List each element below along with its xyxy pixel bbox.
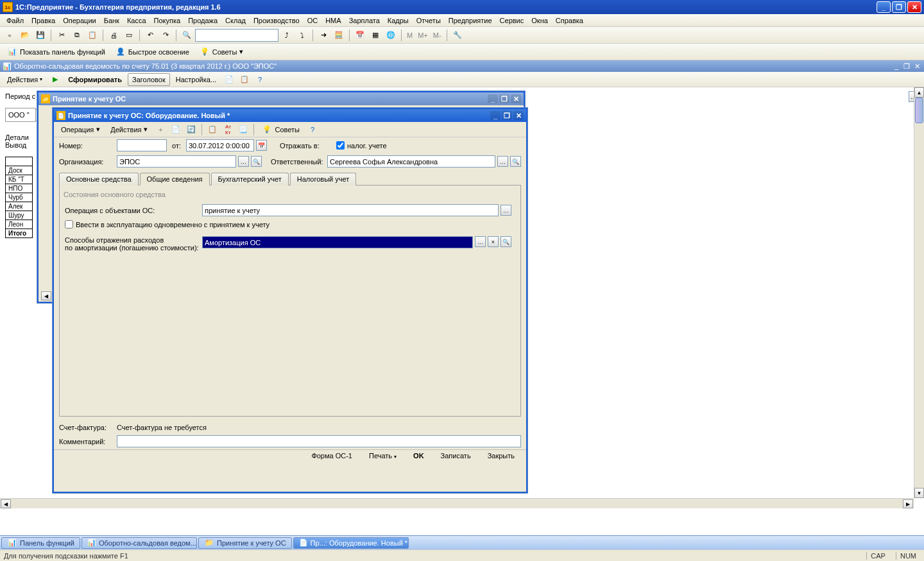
menu-hr[interactable]: Кадры [384,15,413,26]
task-panel-functions[interactable]: 📊Панель функций [1,537,80,549]
go-icon[interactable]: ➜ [316,28,330,42]
cut-icon[interactable]: ✂ [55,28,69,42]
menu-production[interactable]: Производство [250,15,304,26]
tips-button[interactable]: 💡Советы▾ [195,45,248,59]
refresh-icon[interactable]: 🔄 [184,123,198,137]
amort-clear-button[interactable]: × [488,236,499,247]
outer-minimize-button[interactable]: _ [488,94,498,103]
find-next-icon[interactable]: ⤴ [280,28,294,42]
org-select-button[interactable]: … [238,156,249,167]
operation-dropdown[interactable]: Операция▾ [56,123,105,137]
write-button[interactable]: Записать [436,452,476,465]
menu-service[interactable]: Сервис [496,15,528,26]
outer-restore-button[interactable]: ❐ [499,94,509,103]
browser-icon[interactable]: 🌐 [384,28,398,42]
menu-purchase[interactable]: Покупка [150,15,185,26]
paste-icon[interactable]: 📋 [85,28,99,42]
org-input[interactable]: ЭПОС [117,155,236,168]
menu-nma[interactable]: НМА [321,15,345,26]
minimize-button[interactable]: _ [877,1,891,13]
menu-operations[interactable]: Операции [59,15,99,26]
ok-button[interactable]: OK [408,452,429,465]
hscroll-left-icon[interactable]: ◀ [1,499,11,508]
search-combo[interactable] [195,29,278,42]
dialog-minimize-button[interactable]: _ [490,111,501,120]
scroll-thumb[interactable] [915,98,923,123]
heading-button[interactable]: Заголовок [128,73,170,86]
dialog-tips-button[interactable]: 💡Советы [257,123,304,137]
doc-action-icon[interactable]: 📄 [169,123,183,137]
commission-checkbox[interactable]: Ввести в эксплуатацию одновременно с при… [65,220,270,229]
amort-search-button[interactable]: 🔍 [501,236,511,247]
calendar-button[interactable]: 📅 [256,140,267,151]
tax-checkbox[interactable]: налог. учете [336,141,387,150]
help-icon[interactable]: ? [253,73,267,87]
print-dropdown[interactable]: Печать ▾ [364,452,402,465]
dt-kt-icon[interactable]: АтКт [221,123,235,137]
menu-company[interactable]: Предприятие [445,15,496,26]
menu-help[interactable]: Справка [552,15,587,26]
list-icon[interactable]: 📃 [236,123,250,137]
print-icon[interactable]: 🖨 [107,28,121,42]
comment-input[interactable] [117,435,521,447]
menu-warehouse[interactable]: Склад [221,15,250,26]
tools-icon[interactable]: 🔧 [450,28,465,42]
menu-bank[interactable]: Банк [100,15,123,26]
close-dialog-button[interactable]: Закрыть [483,452,520,465]
menu-salary[interactable]: Зарплата [345,15,384,26]
calc-icon[interactable]: 🧮 [332,28,346,42]
menu-sale[interactable]: Продажа [184,15,221,26]
redo-icon[interactable]: ↷ [158,28,173,42]
form-os1-button[interactable]: Форма ОС-1 [306,452,357,465]
close-button[interactable]: ✕ [907,1,921,13]
tab-main-assets[interactable]: Основные средства [59,173,139,186]
report-tool1-icon[interactable]: 📄 [222,73,236,87]
task-os-new[interactable]: 📄Пр...: Оборудование. Новый * [293,537,409,549]
show-panel-button[interactable]: 📊Показать панель функций [3,45,110,59]
resp-select-button[interactable]: … [497,156,508,167]
tab-accounting[interactable]: Бухгалтерский учет [211,173,289,186]
find-prev-icon[interactable]: ⤵ [295,28,309,42]
hscroll-left-icon[interactable]: ◀ [41,291,51,300]
sub-minimize-button[interactable]: _ [892,62,901,71]
sub-restore-button[interactable]: ❐ [902,62,911,71]
undo-icon[interactable]: ↶ [143,28,157,42]
menu-reports[interactable]: Отчеты [413,15,445,26]
amort-select-button[interactable]: … [475,236,486,247]
hscroll-right-icon[interactable]: ▶ [903,499,913,508]
grid-icon[interactable]: ▦ [368,28,382,42]
operation-select-button[interactable]: … [501,205,511,216]
play-icon[interactable]: ▶ [48,73,62,86]
calendar-icon[interactable]: 📅 [353,28,367,42]
add-icon[interactable]: + [153,123,167,137]
task-report[interactable]: 📊Оборотно-сальдовая ведом... [81,537,197,549]
preview-icon[interactable]: ▭ [122,28,136,42]
org-search-button[interactable]: 🔍 [251,156,262,167]
content-scrollbar[interactable]: ▲ ▼ [914,87,924,498]
settings-button[interactable]: Настройка... [171,73,221,86]
search-icon[interactable]: 🔍 [180,28,194,42]
resp-search-button[interactable]: 🔍 [510,156,521,167]
menu-file[interactable]: Файл [3,15,28,26]
dialog-title[interactable]: 📄 Принятие к учету ОС: Оборудование. Нов… [54,109,526,122]
outer-close-button[interactable]: ✕ [511,94,521,103]
menu-os[interactable]: ОС [304,15,322,26]
menu-edit[interactable]: Правка [28,15,59,26]
posting-icon[interactable]: 📋 [205,123,219,137]
task-os-list[interactable]: 📁Принятие к учету ОС [198,537,292,549]
scroll-up-icon[interactable]: ▲ [914,87,924,98]
quick-learn-button[interactable]: 👤Быстрое освоение [111,45,194,59]
new-doc-icon[interactable]: ▫ [3,28,17,42]
dialog-restore-button[interactable]: ❐ [502,111,512,120]
menu-cash[interactable]: Касса [123,15,150,26]
maximize-button[interactable]: ❐ [892,1,906,13]
dialog-close-button[interactable]: ✕ [513,111,524,120]
date-input[interactable]: 30.07.2012 0:00:00 [186,139,254,151]
number-input[interactable] [117,139,167,151]
tab-general-info[interactable]: Общие сведения [140,173,210,186]
open-icon[interactable]: 📂 [18,28,32,42]
amortization-input[interactable]: Амортизация ОС [202,236,473,248]
dialog-actions-dropdown[interactable]: Действия▾ [106,123,152,137]
form-report-button[interactable]: Сформировать [64,73,126,86]
scroll-down-icon[interactable]: ▼ [914,488,924,498]
